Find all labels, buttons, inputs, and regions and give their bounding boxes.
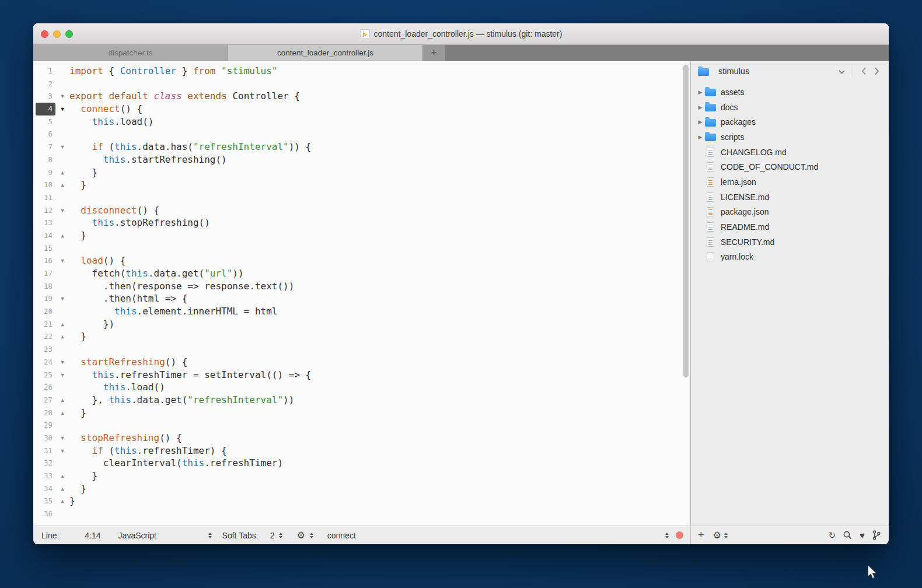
line-number[interactable]: 32 — [36, 457, 55, 470]
code-line[interactable]: 2 — [33, 78, 690, 90]
fold-down-icon[interactable]: ▼ — [55, 292, 69, 305]
sidebar-folder-docs[interactable]: ▶docs — [691, 100, 889, 115]
fold-up-icon[interactable]: ▲ — [55, 229, 69, 242]
symbol-popup[interactable]: connect — [327, 531, 669, 540]
code-line[interactable]: 21▲ }) — [33, 318, 690, 331]
code-line[interactable]: 8 this.startRefreshing() — [33, 153, 690, 166]
line-number[interactable]: 3 — [36, 90, 55, 103]
code-line[interactable]: 29 — [33, 419, 690, 432]
sidebar-file-SECURITY.md[interactable]: SECURITY.md — [691, 235, 889, 250]
sidebar-folder-assets[interactable]: ▶assets — [691, 85, 889, 100]
new-tab-button[interactable]: + — [423, 45, 445, 61]
fold-up-icon[interactable]: ▲ — [55, 166, 69, 179]
code-line[interactable]: 11 — [33, 191, 690, 204]
refresh-button[interactable]: ↻ — [829, 531, 836, 540]
fold-up-icon[interactable]: ▲ — [55, 470, 69, 482]
fold-down-icon[interactable]: ▼ — [55, 369, 69, 382]
line-number[interactable]: 23 — [36, 343, 55, 356]
forward-button[interactable] — [870, 67, 883, 75]
fold-down-icon[interactable]: ▼ — [55, 444, 69, 457]
line-number[interactable]: 24 — [36, 356, 55, 369]
disclosure-triangle-icon[interactable]: ▶ — [696, 104, 705, 110]
favorites-button[interactable]: ♥ — [860, 531, 865, 540]
minimize-button[interactable] — [53, 30, 61, 38]
line-number[interactable]: 16 — [36, 254, 55, 267]
soft-tabs-popup[interactable]: 2 — [270, 531, 283, 540]
fold-down-icon[interactable]: ▼ — [55, 141, 69, 153]
line-number[interactable]: 22 — [36, 330, 55, 343]
code-line[interactable]: 22▲ } — [33, 330, 690, 343]
fold-up-icon[interactable]: ▲ — [55, 482, 69, 495]
sidebar-file-LICENSE.md[interactable]: LICENSE.md — [691, 190, 889, 205]
code-line[interactable]: 23 — [33, 343, 690, 356]
code-line[interactable]: 1import { Controller } from "stimulus" — [33, 65, 690, 78]
line-number[interactable]: 18 — [36, 280, 55, 293]
line-number[interactable]: 13 — [36, 216, 55, 229]
line-number[interactable]: 5 — [36, 116, 55, 128]
code-line[interactable]: 34▲ } — [33, 482, 690, 495]
line-number[interactable]: 14 — [36, 229, 55, 242]
line-number[interactable]: 11 — [36, 191, 55, 204]
back-button[interactable] — [857, 67, 870, 75]
code-line[interactable]: 26 this.load() — [33, 381, 690, 394]
code-line[interactable]: 24▼ startRefreshing() { — [33, 356, 690, 369]
code-line[interactable]: 10▲ } — [33, 178, 690, 191]
line-number[interactable]: 29 — [36, 419, 55, 432]
line-number[interactable]: 12 — [36, 204, 55, 217]
code-line[interactable]: 30▼ stopRefreshing() { — [33, 432, 690, 444]
line-number[interactable]: 10 — [36, 178, 55, 191]
fold-down-icon[interactable]: ▼ — [55, 103, 69, 116]
fold-down-icon[interactable]: ▼ — [55, 90, 69, 103]
scm-branch-button[interactable] — [872, 530, 881, 540]
code-line[interactable]: 19▼ .then(html => { — [33, 292, 690, 305]
sidebar-folder-packages[interactable]: ▶packages — [691, 114, 889, 130]
line-number[interactable]: 21 — [36, 318, 55, 331]
line-number[interactable]: 33 — [36, 470, 55, 482]
sidebar-file-lerna.json[interactable]: lerna.json — [691, 174, 889, 190]
fold-down-icon[interactable]: ▼ — [55, 204, 69, 217]
line-number[interactable]: 1 — [36, 65, 55, 78]
code-line[interactable]: 32 clearInterval(this.refreshTimer) — [33, 457, 690, 470]
line-number[interactable]: 15 — [36, 242, 55, 255]
code-line[interactable]: 7▼ if (this.data.has("refreshInterval"))… — [33, 141, 690, 153]
line-number[interactable]: 7 — [36, 141, 55, 153]
line-number[interactable]: 27 — [36, 394, 55, 407]
line-number[interactable]: 8 — [36, 153, 55, 166]
close-button[interactable] — [41, 30, 48, 38]
disclosure-triangle-icon[interactable]: ▶ — [696, 134, 705, 140]
line-number[interactable]: 20 — [36, 305, 55, 318]
code-line[interactable]: 25▼ this.refreshTimer = setInterval(() =… — [33, 369, 690, 382]
code-line[interactable]: 36 — [33, 508, 690, 520]
disclosure-triangle-icon[interactable]: ▶ — [696, 89, 705, 95]
fold-up-icon[interactable]: ▲ — [55, 407, 69, 419]
code-line[interactable]: 6 — [33, 128, 690, 141]
line-number[interactable]: 30 — [36, 432, 55, 444]
editor-tab[interactable]: dispatcher.ts — [33, 45, 228, 61]
line-number[interactable]: 2 — [36, 78, 55, 90]
code-line[interactable]: 5 this.load() — [33, 116, 690, 128]
search-button[interactable] — [843, 531, 852, 540]
code-line[interactable]: 9▲ } — [33, 166, 690, 179]
line-number[interactable]: 34 — [36, 482, 55, 495]
line-number[interactable]: 31 — [36, 444, 55, 457]
bundle-gear-popup[interactable]: ⚙ — [296, 531, 313, 540]
line-number[interactable]: 25 — [36, 369, 55, 382]
sidebar-file-package.json[interactable]: package.json — [691, 205, 889, 220]
line-number[interactable]: 28 — [36, 407, 55, 419]
sidebar-gear-popup[interactable]: ⚙ — [713, 531, 728, 540]
line-number[interactable]: 19 — [36, 292, 55, 305]
line-number[interactable]: 4 — [36, 103, 55, 116]
sidebar-file-yarn.lock[interactable]: yarn.lock — [691, 250, 889, 265]
code-line[interactable]: 3▼export default class extends Controlle… — [33, 90, 690, 103]
fold-up-icon[interactable]: ▲ — [55, 394, 69, 407]
fold-down-icon[interactable]: ▼ — [55, 254, 69, 267]
add-item-button[interactable]: + — [698, 529, 704, 541]
line-number[interactable]: 36 — [36, 508, 55, 520]
fold-up-icon[interactable]: ▲ — [55, 178, 69, 191]
code-line[interactable]: 15 — [33, 242, 690, 255]
code-line[interactable]: 27▲ }, this.data.get("refreshInterval")) — [33, 394, 690, 407]
sidebar-file-CODE_OF_CONDUCT.md[interactable]: CODE_OF_CONDUCT.md — [691, 159, 889, 174]
sidebar-file-README.md[interactable]: README.md — [691, 219, 889, 235]
code-line[interactable]: 20 this.element.innerHTML = html — [33, 305, 690, 318]
code-line[interactable]: 14▲ } — [33, 229, 690, 242]
